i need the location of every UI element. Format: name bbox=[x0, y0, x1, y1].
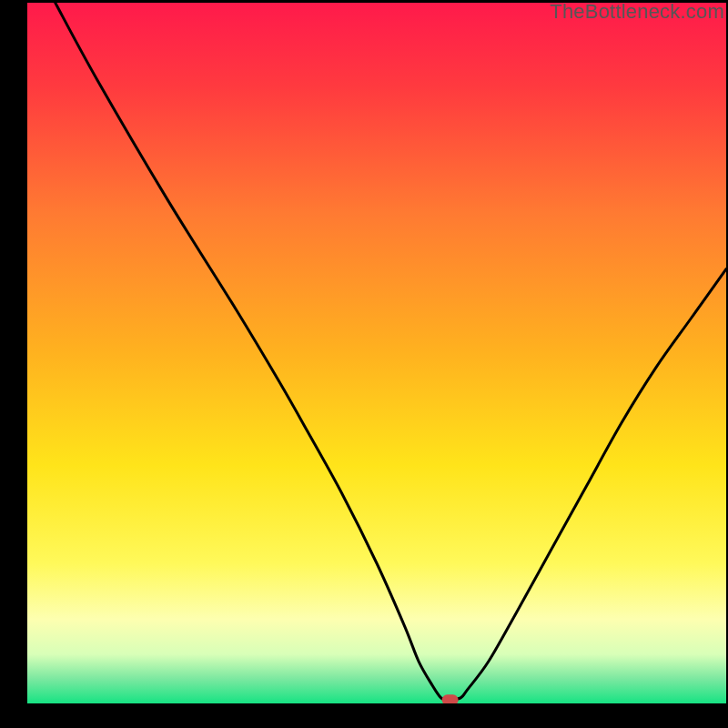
bottleneck-chart bbox=[27, 3, 726, 703]
watermark-text: TheBottleneck.com bbox=[550, 0, 724, 24]
plot-area bbox=[27, 3, 726, 703]
chart-frame: TheBottleneck.com bbox=[0, 0, 728, 728]
optimum-marker bbox=[442, 694, 459, 703]
gradient-background bbox=[27, 3, 726, 703]
